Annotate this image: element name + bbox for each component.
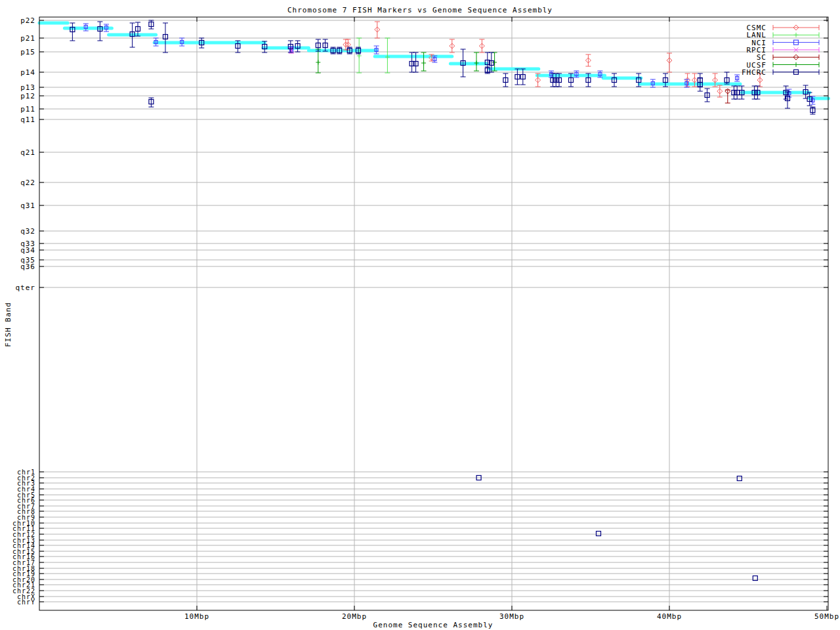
y-band-label: qter: [16, 284, 36, 292]
y-band-label: q21: [20, 148, 35, 157]
y-band-label: q32: [20, 227, 35, 236]
x-tick-label: 30Mbp: [499, 612, 524, 621]
y-band-label: q11: [20, 116, 35, 124]
x-tick-label: 20Mbp: [342, 612, 367, 621]
y-band-label: p13: [20, 83, 35, 92]
fish-chart-page: Chromosome 7 FISH Markers vs Genome Sequ…: [0, 0, 840, 630]
scatter-plot: 10Mbp20Mbp30Mbp40Mbp50Mbpp22p21p15p14p13…: [0, 0, 840, 630]
plot-border: [39, 17, 828, 610]
y-band-label: q36: [20, 262, 35, 271]
marker-square: [597, 532, 601, 536]
x-tick-label: 50Mbp: [814, 612, 839, 621]
y-band-label: q22: [20, 178, 35, 187]
y-band-label: p12: [20, 92, 35, 100]
x-tick-label: 40Mbp: [657, 612, 682, 621]
y-band-label: p14: [20, 68, 35, 77]
y-band-label: p21: [20, 34, 35, 43]
marker-square: [737, 476, 742, 481]
y-band-label: p11: [20, 105, 35, 114]
y-band-label: q34: [20, 246, 35, 255]
y-band-label: p15: [20, 48, 35, 56]
chr-band-label: chrY: [17, 598, 35, 606]
legend-label-FHCRC: FHCRC: [742, 68, 766, 77]
x-tick-label: 10Mbp: [184, 612, 209, 621]
y-band-label: p22: [20, 16, 35, 25]
y-band-label: q31: [20, 201, 35, 210]
